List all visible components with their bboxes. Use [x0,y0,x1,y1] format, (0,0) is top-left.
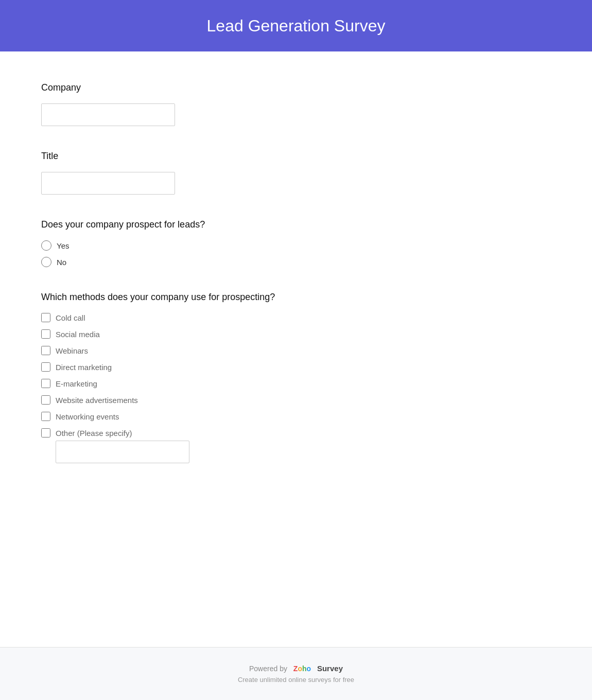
title-section: Title [41,151,422,195]
prospect-section: Does your company prospect for leads? Ye… [41,219,422,267]
checkbox-e-marketing-label: E-marketing [56,379,97,388]
checkbox-networking[interactable]: Networking events [41,412,422,421]
zoho-letter-o1: o [298,664,302,673]
checkbox-cold-call-input[interactable] [41,313,50,322]
checkbox-social-media[interactable]: Social media [41,329,422,339]
checkbox-direct-marketing-label: Direct marketing [56,363,112,372]
radio-yes-label: Yes [57,241,69,250]
page-footer: Powered by Zoho Survey Create unlimited … [0,647,592,700]
prospect-label: Does your company prospect for leads? [41,219,422,230]
checkbox-e-marketing[interactable]: E-marketing [41,379,422,388]
checkbox-webinars-label: Webinars [56,346,88,355]
checkbox-other-wrapper: Other (Please specify) [41,428,422,463]
survey-word: Survey [317,664,343,673]
methods-checkbox-group: Cold call Social media Webinars Direct m… [41,313,422,463]
powered-by-text: Powered by [249,664,287,673]
zoho-letter-h: h [302,664,307,673]
checkbox-e-marketing-input[interactable] [41,379,50,388]
company-section: Company [41,82,422,126]
checkbox-other-input[interactable] [41,428,50,437]
title-label: Title [41,151,422,162]
checkbox-cold-call-label: Cold call [56,313,85,322]
page-header: Lead Generation Survey [0,0,592,51]
radio-yes[interactable] [41,240,51,251]
page-wrapper: Lead Generation Survey Company Title Doe… [0,0,592,700]
footer-powered-by: Powered by Zoho Survey [21,664,571,673]
checkbox-website-ads-label: Website advertisements [56,396,138,405]
checkbox-direct-marketing[interactable]: Direct marketing [41,362,422,372]
checkbox-webinars[interactable]: Webinars [41,346,422,355]
radio-no[interactable] [41,257,51,267]
checkbox-other-label: Other (Please specify) [56,429,132,437]
methods-label: Which methods does your company use for … [41,292,422,303]
checkbox-website-ads-input[interactable] [41,395,50,405]
checkbox-cold-call[interactable]: Cold call [41,313,422,322]
zoho-letter-z: Z [293,664,298,673]
company-input[interactable] [41,103,175,126]
other-specify-input[interactable] [56,441,189,463]
checkbox-other[interactable]: Other (Please specify) [41,428,422,437]
footer-subtext: Create unlimited online surveys for free [21,676,571,684]
page-title: Lead Generation Survey [207,16,386,36]
radio-option-no[interactable]: No [41,257,422,267]
checkbox-social-media-input[interactable] [41,329,50,339]
prospect-radio-group: Yes No [41,240,422,267]
title-input[interactable] [41,172,175,195]
checkbox-website-ads[interactable]: Website advertisements [41,395,422,405]
checkbox-webinars-input[interactable] [41,346,50,355]
zoho-letter-o2: o [307,664,311,673]
checkbox-networking-label: Networking events [56,412,119,421]
radio-option-yes[interactable]: Yes [41,240,422,251]
methods-section: Which methods does your company use for … [41,292,422,463]
checkbox-direct-marketing-input[interactable] [41,362,50,372]
zoho-logo: Zoho [293,664,311,673]
main-content: Company Title Does your company prospect… [0,51,463,519]
checkbox-social-media-label: Social media [56,330,100,339]
radio-no-label: No [57,258,66,267]
checkbox-networking-input[interactable] [41,412,50,421]
company-label: Company [41,82,422,93]
